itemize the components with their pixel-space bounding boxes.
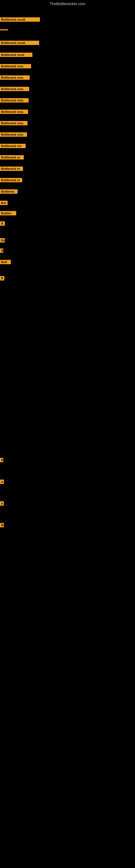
bottleneck-result-bar: Bot <box>0 201 8 205</box>
bottleneck-result-bar: B <box>0 248 3 253</box>
bottleneck-result-bar: Bottleneck re <box>0 166 23 171</box>
site-title: TheBottlenecker.com <box>0 0 135 8</box>
bottleneck-result-bar: Bottleneck res <box>0 144 26 148</box>
bottleneck-result-bar: b <box>0 479 4 484</box>
bottleneck-result-bar: Bottlen <box>0 211 16 215</box>
bottleneck-result-bar: Bottleneck resu <box>0 98 29 102</box>
bottleneck-result-bar: Bottleneck resu <box>0 121 28 125</box>
bottleneck-result-bar <box>0 29 8 30</box>
bottleneck-result-bar: Bottleneck re <box>0 155 24 159</box>
bottleneck-result-bar: Bottleneck resul <box>0 53 32 57</box>
bottleneck-result-bar: Bottleneck result <box>0 18 40 22</box>
bottleneck-result-bar: B <box>0 221 5 226</box>
bottleneck-result-bar: Bottleneck resu <box>0 87 29 91</box>
bottleneck-result-bar: Bottleneck resu <box>0 75 30 80</box>
bottleneck-result-bar: B <box>0 458 3 462</box>
bottleneck-result-bar: b <box>0 501 4 506</box>
bottleneck-result-bar: B <box>0 276 4 280</box>
bottleneck-result-bar: Bottleneck resu <box>0 110 28 114</box>
bottleneck-result-bar: Bott <box>0 260 11 264</box>
bottleneck-result-bar: Bottleneck re <box>0 178 22 182</box>
bottleneck-result-bar: Bottleneck result <box>0 41 39 45</box>
bottleneck-result-bar: Bottlenec <box>0 189 17 194</box>
bottleneck-result-bar: Bottleneck resu <box>0 64 31 68</box>
bottleneck-result-bar: Bo <box>0 238 5 243</box>
bottleneck-result-bar: B <box>0 523 4 527</box>
bottleneck-result-bar: Bottleneck resu <box>0 132 27 137</box>
